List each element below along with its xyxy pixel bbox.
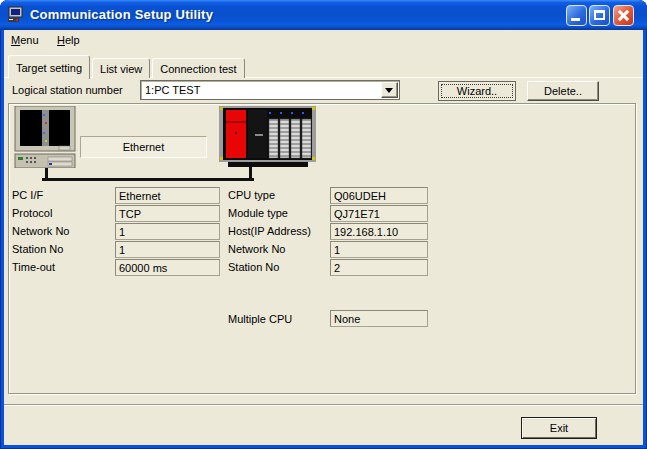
network-wire-bus xyxy=(42,178,254,181)
field-label-station-no-2: Station No xyxy=(228,261,279,273)
field-value-network-no: 1 xyxy=(115,223,220,240)
exit-button[interactable]: Exit xyxy=(521,417,597,439)
field-label-station-no: Station No xyxy=(12,243,63,255)
pc-image xyxy=(14,106,78,168)
menu-underline: M xyxy=(11,34,20,46)
field-value-host-ip: 192.168.1.10 xyxy=(330,223,428,240)
connection-type-label: Ethernet xyxy=(123,141,165,153)
connection-type-box: Ethernet xyxy=(80,136,207,158)
menu-item-menu[interactable]: Menu xyxy=(4,30,46,51)
help-underline: H xyxy=(57,34,65,46)
minimize-icon xyxy=(571,18,580,21)
field-label-timeout: Time-out xyxy=(12,261,55,273)
app-icon xyxy=(7,6,25,24)
field-value-station-no-2: 2 xyxy=(330,259,428,276)
footer-divider xyxy=(4,404,643,406)
field-value-station-no: 1 xyxy=(115,241,220,258)
field-label-pc-if: PC I/F xyxy=(12,189,43,201)
minimize-button[interactable] xyxy=(566,5,587,26)
field-value-pc-if: Ethernet xyxy=(115,187,220,204)
field-label-network-no-2: Network No xyxy=(228,243,285,255)
chevron-down-icon xyxy=(385,88,393,93)
logical-station-select[interactable]: 1:PC TEST xyxy=(140,80,400,100)
field-label-cpu-type: CPU type xyxy=(228,189,275,201)
tab-connection-test[interactable]: Connection test xyxy=(152,58,244,78)
close-button[interactable] xyxy=(613,5,634,26)
tab-list-view[interactable]: List view xyxy=(92,58,150,78)
help-rest: elp xyxy=(65,34,80,46)
maximize-icon xyxy=(594,10,605,20)
tabstrip: Target setting List view Connection test xyxy=(8,54,247,78)
client-area: Menu Help Target setting List view Conne… xyxy=(4,30,643,445)
field-value-protocol: TCP xyxy=(115,205,220,222)
field-value-cpu-type: Q06UDEH xyxy=(330,187,428,204)
menu-item-help[interactable]: Help xyxy=(50,30,87,51)
field-value-module-type: QJ71E71 xyxy=(330,205,428,222)
field-label-host-ip: Host(IP Address) xyxy=(228,225,311,237)
logical-station-value: 1:PC TEST xyxy=(145,84,200,96)
field-label-module-type: Module type xyxy=(228,207,288,219)
field-value-multiple-cpu: None xyxy=(330,310,428,327)
app-window: Communication Setup Utility Menu Help Ta… xyxy=(0,0,647,449)
close-icon xyxy=(614,6,633,25)
dropdown-button[interactable] xyxy=(381,82,398,98)
window-title: Communication Setup Utility xyxy=(30,7,213,22)
wizard-button[interactable]: Wizard.. xyxy=(438,81,516,101)
plc-image xyxy=(219,105,316,167)
field-label-protocol: Protocol xyxy=(12,207,52,219)
maximize-button[interactable] xyxy=(589,5,610,26)
delete-button[interactable]: Delete.. xyxy=(527,81,599,101)
field-label-network-no: Network No xyxy=(12,225,69,237)
field-value-timeout: 60000 ms xyxy=(115,259,220,276)
tab-target-setting[interactable]: Target setting xyxy=(8,55,90,79)
menu-rest: enu xyxy=(20,34,38,46)
field-value-network-no-2: 1 xyxy=(330,241,428,258)
logical-station-label: Logical station number xyxy=(12,84,123,96)
menubar: Menu Help xyxy=(4,30,643,51)
field-label-multiple-cpu: Multiple CPU xyxy=(228,313,292,325)
titlebar[interactable]: Communication Setup Utility xyxy=(0,0,647,30)
network-wire-plc xyxy=(249,167,252,179)
